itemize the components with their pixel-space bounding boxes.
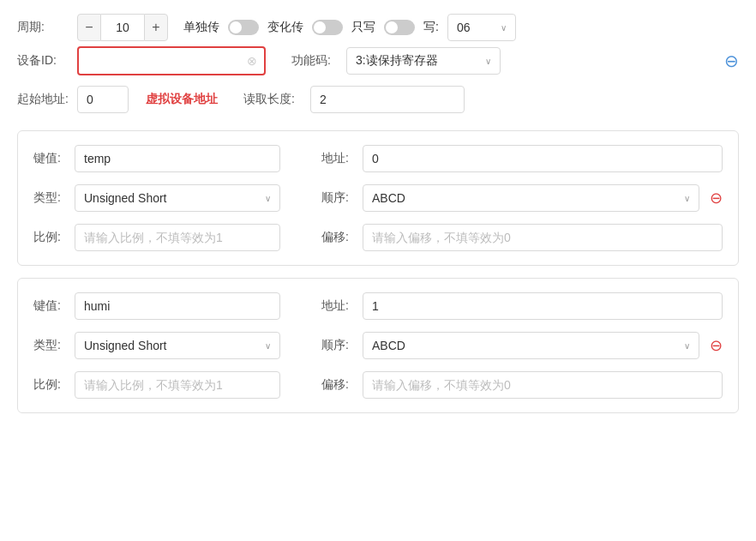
card-1: 键值: 地址: 类型: Unsigned Short ∨ 顺序: ABCD ∨ … <box>17 278 739 413</box>
write-select[interactable]: 06 ∨ <box>447 14 516 41</box>
card-0-type-label: 类型: <box>33 190 75 206</box>
period-stepper[interactable]: − 10 + <box>77 14 168 41</box>
write-label: 写: <box>423 20 439 35</box>
card-1-ratio-label: 比例: <box>33 377 75 393</box>
card-0-ratio-input[interactable] <box>75 224 280 251</box>
func-select[interactable]: 3:读保持寄存器 ∨ <box>346 47 501 75</box>
device-id-label: 设备ID: <box>17 53 69 69</box>
write-select-chevron: ∨ <box>501 23 507 33</box>
solo-label: 单独传 <box>183 20 219 35</box>
func-label: 功能码: <box>291 53 331 69</box>
card-0-offset-label: 偏移: <box>321 230 363 245</box>
solo-toggle[interactable] <box>228 20 259 35</box>
card-0-ratio-label: 比例: <box>33 230 75 245</box>
card-1-order-chevron: ∨ <box>684 341 690 351</box>
start-addr-box: 0 <box>77 86 129 113</box>
card-1-order-label: 顺序: <box>321 338 363 353</box>
period-increment[interactable]: + <box>144 14 168 41</box>
card-0-addr-input[interactable] <box>363 145 723 172</box>
readonly-toggle[interactable] <box>384 20 415 35</box>
card-1-addr-label: 地址: <box>321 298 363 314</box>
top-remove-icon[interactable]: ⊖ <box>724 51 739 71</box>
card-0-offset-input[interactable] <box>363 224 723 251</box>
card-1-order-select[interactable]: ABCD ∨ <box>363 332 699 359</box>
func-select-chevron: ∨ <box>485 57 491 66</box>
card-1-type-select[interactable]: Unsigned Short ∨ <box>75 332 280 359</box>
func-select-value: 3:读保持寄存器 <box>356 53 438 69</box>
card-1-ratio-input[interactable] <box>75 371 280 399</box>
card-0-order-label: 顺序: <box>321 190 363 206</box>
card-1-order-value: ABCD <box>372 339 405 352</box>
card-1-offset-label: 偏移: <box>321 377 363 393</box>
device-id-clear-icon[interactable]: ⊗ <box>247 54 257 68</box>
card-0-remove-btn[interactable]: ⊖ <box>710 189 723 207</box>
card-0-key-label: 键值: <box>33 151 75 166</box>
card-1-key-label: 键值: <box>33 298 75 314</box>
change-label: 变化传 <box>267 20 303 35</box>
card-1-offset-input[interactable] <box>363 371 723 399</box>
card-1-key-input[interactable] <box>75 292 280 320</box>
card-0-order-select[interactable]: ABCD ∨ <box>363 184 699 212</box>
card-0-type-value: Unsigned Short <box>84 191 167 205</box>
card-1-type-value: Unsigned Short <box>84 339 167 352</box>
read-len-label: 读取长度: <box>243 92 295 107</box>
write-select-value: 06 <box>457 21 471 34</box>
card-0-type-chevron: ∨ <box>265 194 271 203</box>
card-0: 键值: 地址: 类型: Unsigned Short ∨ 顺序: ABCD ∨ … <box>17 130 739 266</box>
read-len-box: 2 <box>310 86 465 113</box>
card-1-type-label: 类型: <box>33 338 75 353</box>
card-0-order-chevron: ∨ <box>684 194 690 203</box>
card-1-remove-btn[interactable]: ⊖ <box>710 336 723 355</box>
card-1-type-chevron: ∨ <box>265 341 271 351</box>
card-0-key-input[interactable] <box>75 145 280 172</box>
start-addr-label: 起始地址: <box>17 92 69 107</box>
virtual-label: 虚拟设备地址 <box>146 92 218 107</box>
read-len-value: 2 <box>320 93 327 106</box>
start-addr-value: 0 <box>87 93 93 106</box>
change-toggle[interactable] <box>312 20 343 35</box>
device-id-input-wrapper[interactable]: 100 ⊗ <box>77 46 266 75</box>
card-1-addr-input[interactable] <box>363 292 723 320</box>
card-0-addr-label: 地址: <box>321 151 363 166</box>
card-0-order-value: ABCD <box>372 191 405 205</box>
period-decrement[interactable]: − <box>77 14 101 41</box>
period-label: 周期: <box>17 20 69 35</box>
readonly-label: 只写 <box>351 20 375 35</box>
period-value: 10 <box>101 14 144 41</box>
device-id-input[interactable]: 100 <box>86 54 247 68</box>
card-0-type-select[interactable]: Unsigned Short ∨ <box>75 184 280 212</box>
